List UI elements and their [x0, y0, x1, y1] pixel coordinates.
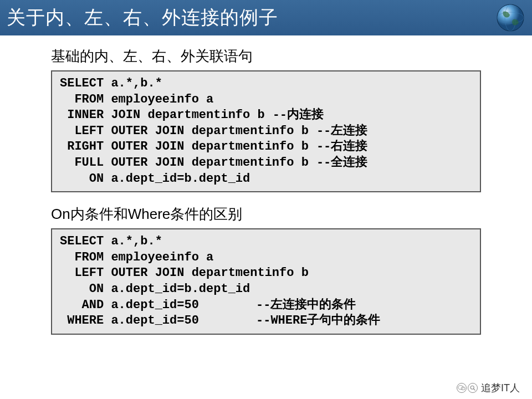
code-line: AND a.dept_id=50	[60, 298, 248, 314]
code-block-2: SELECT a.*,b.* FROM employeeinfo a LEFT …	[51, 228, 481, 335]
section2-title: On内条件和Where条件的区别	[51, 204, 481, 224]
code-comment: --全连接	[316, 155, 367, 171]
code-comment: --右连接	[316, 139, 367, 155]
magnifier-icon	[468, 383, 478, 393]
code-line: FROM employeeinfo a	[60, 250, 213, 266]
footer-icons	[457, 383, 478, 393]
code-line: INNER JOIN departmentinfo b	[60, 108, 265, 124]
svg-point-0	[497, 4, 524, 31]
code-line: ON a.dept_id=b.dept_id	[60, 282, 250, 298]
code-comment: --左连接	[316, 124, 367, 140]
svg-line-6	[474, 389, 475, 391]
code-comment: --内连接	[273, 108, 324, 124]
svg-point-3	[458, 386, 463, 390]
section1-title: 基础的内、左、右、外关联语句	[51, 47, 481, 66]
code-line: SELECT a.*,b.*	[60, 76, 162, 92]
footer-text: 追梦IT人	[481, 381, 520, 395]
code-line: SELECT a.*,b.*	[60, 234, 162, 250]
page-title: 关于内、左、右、外连接的例子	[7, 5, 278, 30]
code-block-1: SELECT a.*,b.* FROM employeeinfo a INNER…	[51, 70, 481, 192]
code-comment: --左连接中的条件	[256, 298, 356, 314]
code-line: LEFT OUTER JOIN departmentinfo b	[60, 265, 309, 282]
globe-icon	[495, 3, 525, 33]
code-line: WHERE a.dept_id=50	[60, 313, 248, 329]
code-line: FULL OUTER JOIN departmentinfo b	[60, 155, 309, 171]
code-line: FROM employeeinfo a	[60, 92, 213, 108]
code-line: LEFT OUTER JOIN departmentinfo b	[60, 124, 309, 140]
svg-point-5	[470, 386, 474, 389]
wechat-icon	[457, 383, 467, 393]
code-line: RIGHT OUTER JOIN departmentinfo b	[60, 139, 309, 155]
footer: 追梦IT人	[457, 381, 520, 395]
code-comment: --WHERE子句中的条件	[256, 313, 380, 329]
header: 关于内、左、右、外连接的例子	[0, 0, 532, 35]
content-area: 基础的内、左、右、外关联语句 SELECT a.*,b.* FROM emplo…	[0, 35, 532, 335]
code-line: ON a.dept_id=b.dept_id	[60, 171, 250, 187]
